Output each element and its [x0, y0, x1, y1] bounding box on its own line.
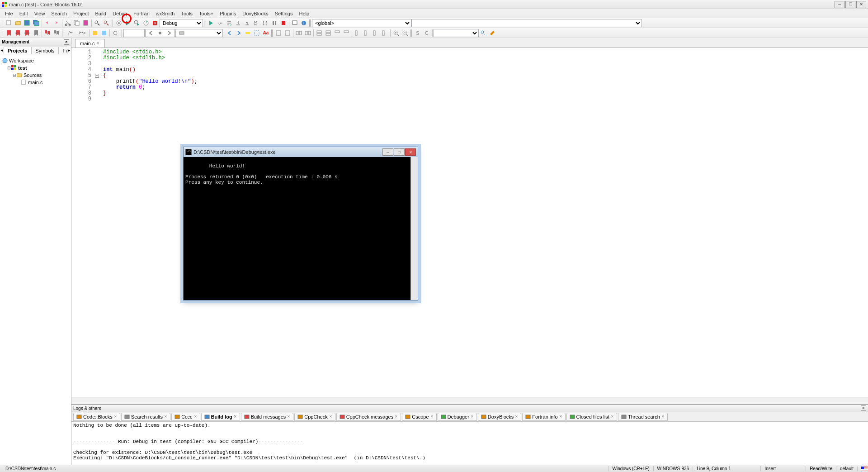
stop-debug-button[interactable] [279, 19, 288, 27]
console-titlebar[interactable]: C:\ D:\CSDN\test\test\bin\Debug\test.exe… [184, 147, 418, 157]
doxy-html-button[interactable] [100, 29, 108, 37]
new-file-button[interactable] [5, 19, 13, 27]
c-button[interactable]: C [423, 29, 431, 37]
menu-settings[interactable]: Settings [272, 10, 296, 17]
redo-button[interactable] [52, 19, 61, 27]
select-all-button[interactable] [253, 29, 261, 37]
log-tab-debugger[interactable]: Debugger✕ [438, 413, 477, 421]
close-icon[interactable]: ✕ [329, 415, 332, 419]
fort10-button[interactable] [363, 29, 371, 37]
close-icon[interactable]: ✕ [515, 415, 518, 419]
step-into-button[interactable] [234, 19, 242, 27]
fort2-button[interactable] [283, 29, 292, 37]
logs-close-button[interactable]: ✕ [861, 405, 866, 411]
menu-view[interactable]: View [31, 10, 48, 17]
log-tab-closed-files-list[interactable]: Closed files list✕ [566, 413, 617, 421]
open-button[interactable] [14, 19, 22, 27]
build-log-content[interactable]: Nothing to be done (all items are up-to-… [71, 422, 868, 465]
build-button[interactable] [115, 19, 123, 27]
bookmark-all2-button[interactable] [52, 29, 61, 37]
close-icon[interactable]: ✕ [164, 415, 167, 419]
menu-edit[interactable]: Edit [16, 10, 31, 17]
close-icon[interactable]: ✕ [559, 415, 562, 419]
tab-left-arrow[interactable]: ◄ [0, 48, 4, 52]
fort8-button[interactable] [342, 29, 350, 37]
bookmark-next-button[interactable] [23, 29, 31, 37]
log-tab-search-results[interactable]: Search results✕ [121, 413, 170, 421]
symbol-combo[interactable] [411, 19, 642, 27]
search-combo[interactable] [123, 29, 223, 37]
menu-debug[interactable]: Debug [109, 10, 130, 17]
tab-symbols[interactable]: Symbols [31, 47, 58, 54]
paste-button[interactable] [82, 19, 90, 27]
tab-right-arrow[interactable]: ► [67, 48, 71, 52]
log-tab-fortran-info[interactable]: Fortran info✕ [522, 413, 565, 421]
nav-back-button[interactable] [226, 29, 234, 37]
close-icon[interactable]: ✕ [194, 415, 197, 419]
doxy-block-button[interactable]: /** [65, 29, 76, 37]
break-button[interactable] [270, 19, 278, 27]
tree-project[interactable]: ⊟ test [2, 64, 69, 72]
fort6-button[interactable] [324, 29, 332, 37]
doxy-settings-button[interactable] [111, 29, 119, 37]
bookmark-clear-button[interactable] [32, 29, 40, 37]
maximize-button[interactable]: ❐ [845, 1, 855, 8]
jump-fwd-button[interactable] [165, 29, 173, 37]
copy-button[interactable] [73, 19, 81, 27]
s-button[interactable]: S [414, 29, 422, 37]
fort4-button[interactable] [304, 29, 312, 37]
jump-marker-button[interactable] [156, 29, 164, 37]
find-button[interactable] [93, 19, 101, 27]
close-icon[interactable]: ✕ [234, 415, 237, 419]
doxy-run-button[interactable] [91, 29, 99, 37]
log-tab-cppcheck-messages[interactable]: CppCheck messages✕ [336, 413, 401, 421]
zoom-in-button[interactable] [392, 29, 400, 37]
console-close-button[interactable]: ✕ [405, 148, 416, 156]
text-button[interactable]: Aa [262, 29, 270, 37]
log-tab-build-messages[interactable]: Build messages✕ [241, 413, 294, 421]
close-icon[interactable]: ✕ [96, 41, 100, 46]
project-tree[interactable]: Workspace ⊟ test ⊟ Sources main.c [0, 55, 71, 465]
editor-hscroll[interactable] [71, 397, 868, 404]
close-icon[interactable]: ✕ [611, 415, 614, 419]
close-icon[interactable]: ✕ [430, 415, 434, 419]
console-maximize-button[interactable]: □ [394, 148, 405, 156]
menu-search[interactable]: Search [48, 10, 70, 17]
close-icon[interactable]: ✕ [661, 415, 665, 419]
editor-tab-main-c[interactable]: main.c ✕ [75, 39, 105, 48]
rebuild-button[interactable] [142, 19, 150, 27]
bookmark-prev-button[interactable] [14, 29, 22, 37]
next-instr-button[interactable]: {;} [252, 19, 260, 27]
tab-files[interactable]: Files [59, 47, 68, 54]
step-into-instr-button[interactable]: {↓} [261, 19, 269, 27]
log-tab-thread-search[interactable]: Thread search✕ [618, 413, 668, 421]
undo-button[interactable] [43, 19, 52, 27]
debug-windows-button[interactable] [291, 19, 299, 27]
menu-file[interactable]: File [2, 10, 16, 17]
zoom-out-button[interactable] [401, 29, 409, 37]
menu-tools+[interactable]: Tools+ [196, 10, 217, 17]
menu-build[interactable]: Build [92, 10, 109, 17]
console-minimize-button[interactable]: ─ [382, 148, 393, 156]
log-tab-cscope[interactable]: Cscope✕ [402, 413, 436, 421]
tree-file-main-c[interactable]: main.c [2, 79, 69, 86]
build-target-combo[interactable]: Debug [160, 19, 203, 27]
nav-fwd-button[interactable] [235, 29, 243, 37]
fort1-button[interactable] [274, 29, 283, 37]
cut-button[interactable] [64, 19, 72, 27]
fort5-button[interactable] [315, 29, 323, 37]
log-tab-doxyblocks[interactable]: DoxyBlocks✕ [478, 413, 521, 421]
run-button[interactable] [124, 19, 132, 27]
save-button[interactable] [23, 19, 31, 27]
build-run-button[interactable] [133, 19, 141, 27]
close-icon[interactable]: ✕ [287, 415, 290, 419]
menu-project[interactable]: Project [70, 10, 92, 17]
menu-tools[interactable]: Tools [178, 10, 196, 17]
console-scrollbar[interactable] [410, 157, 418, 300]
bookmark-toggle-button[interactable] [5, 29, 13, 37]
step-out-button[interactable] [243, 19, 251, 27]
find-options-button[interactable] [479, 29, 487, 37]
fort11-button[interactable] [372, 29, 380, 37]
fort12-button[interactable] [381, 29, 389, 37]
tree-sources[interactable]: ⊟ Sources [2, 72, 69, 79]
